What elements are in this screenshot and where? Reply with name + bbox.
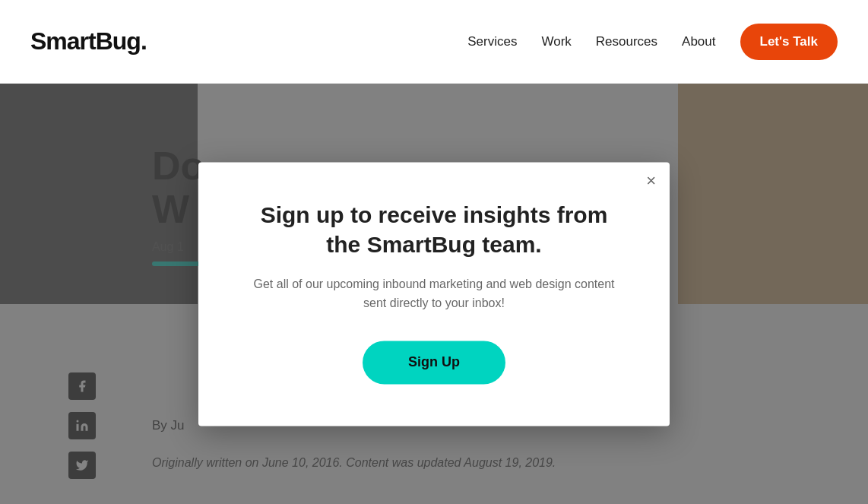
header: SmartBug. Services Work Resources About … [0, 0, 868, 84]
nav-cta-button[interactable]: Let's Talk [740, 24, 838, 60]
logo: SmartBug. [30, 27, 147, 55]
nav-resources[interactable]: Resources [596, 34, 657, 49]
nav-services[interactable]: Services [467, 34, 517, 49]
main-nav: Services Work Resources About Let's Talk [467, 24, 838, 60]
signup-button[interactable]: Sign Up [363, 341, 505, 384]
signup-modal: × Sign up to receive insights from the S… [198, 162, 670, 426]
nav-work[interactable]: Work [541, 34, 571, 49]
nav-about[interactable]: About [682, 34, 715, 49]
modal-subtitle: Get all of our upcoming inbound marketin… [244, 274, 624, 313]
modal-close-button[interactable]: × [646, 173, 656, 189]
page-background: Do W Aug 1 By Ju Originally written on J… [0, 84, 868, 504]
modal-title: Sign up to receive insights from the Sma… [244, 200, 624, 259]
